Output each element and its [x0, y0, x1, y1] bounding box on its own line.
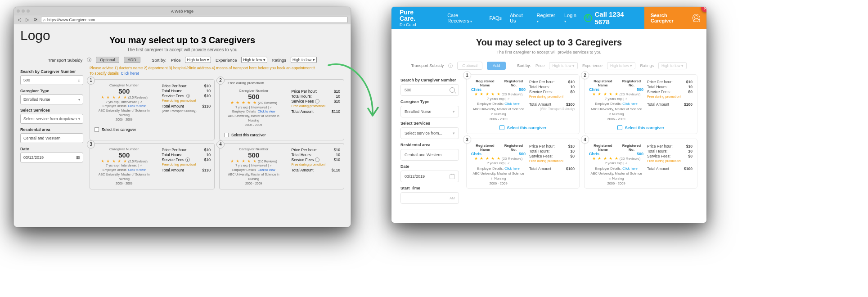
transport-subsidy-label: Transport Subsidy: [411, 63, 444, 68]
nav-care-receivers[interactable]: Care Receivers: [447, 13, 481, 23]
window-title: A Web Page: [171, 9, 193, 14]
info-icon[interactable]: i: [87, 58, 91, 62]
window-controls[interactable]: [17, 9, 30, 13]
info-icon[interactable]: i: [448, 63, 453, 68]
reload-icon[interactable]: ⟳: [33, 17, 38, 22]
page-title: You may select up to 3 Caregivers: [20, 35, 344, 45]
search-caregiver-button[interactable]: Search Caregiver: [644, 7, 706, 29]
nav-about[interactable]: About Us: [510, 13, 529, 23]
window-titlebar: A Web Page: [14, 7, 351, 15]
type-label: Caregiver Type: [400, 99, 459, 104]
sort-exp-select[interactable]: High to low ▾: [241, 57, 267, 63]
sort-ratings-select[interactable]: High to low: [658, 62, 687, 69]
search-icon: ⌕: [43, 18, 45, 22]
info-icon[interactable]: i: [315, 99, 319, 104]
nav-login[interactable]: Login: [564, 13, 578, 23]
caregiver-name[interactable]: Chris: [471, 152, 481, 156]
whatsapp-icon: [584, 14, 592, 22]
sort-price-label: Price: [535, 63, 545, 68]
warning-text: Please advise 1) doctor's name 2) depart…: [90, 66, 344, 76]
sort-ratings-select[interactable]: High to low ▾: [291, 57, 316, 63]
wireframe-window: A Web Page ◁ ▷ ⟳ ⌕ https://www.Caregiver…: [13, 7, 351, 227]
call-block[interactable]: Call 1234 5678: [578, 10, 644, 26]
search-label: Search by Caregiver Number: [400, 78, 459, 82]
sort-by-label: Sort by:: [517, 63, 531, 68]
nav-faqs[interactable]: FAQs: [490, 15, 502, 21]
sort-price-select[interactable]: High to low: [549, 62, 577, 69]
area-input[interactable]: Central and Western: [20, 133, 83, 143]
caregiver-name[interactable]: Chris: [471, 87, 481, 92]
type-label: Caregiver Type: [20, 89, 83, 93]
brand-logo[interactable]: Pure Care.: [400, 9, 429, 22]
employer-link[interactable]: Click to view: [128, 168, 146, 171]
top-nav: Pure Care. Do Good Care Receivers FAQs A…: [391, 7, 706, 29]
start-time-label: Start Time: [400, 186, 459, 190]
date-input[interactable]: 03/12/2019: [400, 171, 459, 182]
specify-details-link[interactable]: Click here!: [121, 71, 139, 76]
sidebar-filters: Search by Caregiver Number 500⌕ Caregive…: [20, 66, 83, 189]
employer-link[interactable]: Click here: [504, 166, 519, 171]
results-area: Please advise 1) doctor's name 2) depart…: [90, 66, 344, 189]
star-icon: ★ ★ ★ ★ ★: [101, 159, 127, 163]
services-select[interactable]: Select service from dropdown: [20, 114, 83, 124]
caregiver-name[interactable]: Chris: [589, 87, 599, 92]
search-icon: ⌕: [78, 78, 80, 82]
add-button[interactable]: ADD: [124, 57, 140, 63]
area-label: Residental area: [400, 143, 459, 147]
sort-by-label: Sort by:: [152, 58, 166, 63]
date-input[interactable]: 03/12/2019▦: [20, 153, 83, 162]
checkbox-icon[interactable]: [617, 125, 622, 130]
type-select[interactable]: Enrolled Nurse: [20, 94, 83, 104]
info-icon[interactable]: i: [315, 158, 319, 162]
services-select[interactable]: Select service from...: [400, 127, 459, 139]
add-button[interactable]: Add: [487, 62, 506, 70]
back-icon[interactable]: ◁: [17, 17, 22, 22]
select-caregiver-row[interactable]: Select this caregiver: [220, 131, 344, 140]
employer-link[interactable]: Click to view: [128, 104, 146, 108]
card-number-badge: 1: [87, 76, 95, 85]
optional-button[interactable]: Optional: [96, 57, 119, 63]
checkbox-icon[interactable]: [94, 127, 99, 132]
select-caregiver-row[interactable]: Select this caregiver: [585, 123, 697, 134]
optional-chip[interactable]: Optional: [457, 62, 482, 70]
card-number-badge: 2: [216, 76, 225, 85]
calendar-icon: ▦: [76, 155, 80, 160]
employer-link[interactable]: Click to view: [258, 168, 275, 171]
sort-exp-select[interactable]: High to low: [607, 62, 635, 69]
caregiver-card: 2 Registered NameRegistered No. Chris500…: [584, 74, 697, 134]
star-icon: ★ ★ ★ ★ ★: [474, 92, 501, 96]
caregiver-card: 3 Caregiver Number 500 ★ ★ ★ ★ ★ (2.0 Re…: [90, 143, 215, 190]
star-icon: ★ ★ ★ ★ ★: [592, 156, 619, 161]
type-select[interactable]: Enrolled Nurse: [400, 106, 459, 117]
brand-tagline: Do Good: [400, 22, 416, 27]
star-icon: ★ ★ ★ ★ ★: [474, 156, 501, 161]
search-input[interactable]: 500⌕: [20, 75, 83, 85]
star-icon: ★ ★ ★ ★ ★: [592, 92, 619, 96]
employer-link[interactable]: Click to view: [258, 110, 275, 113]
select-caregiver-row[interactable]: Select this caregiver: [90, 126, 214, 135]
date-label: Date: [400, 164, 459, 169]
sort-price-select[interactable]: High to low ▾: [185, 57, 211, 63]
nav-links: Care Receivers FAQs About Us Register Lo…: [447, 13, 578, 23]
employer-link[interactable]: Click here: [504, 102, 519, 106]
start-time-input[interactable]: AM: [400, 192, 459, 204]
nav-register[interactable]: Register: [537, 13, 556, 23]
area-input[interactable]: Central and Western: [400, 149, 459, 161]
caregiver-name[interactable]: Chris: [589, 152, 599, 156]
employer-link[interactable]: Click here: [622, 102, 637, 106]
sort-ratings-label: Ratings: [272, 58, 286, 63]
select-caregiver-row[interactable]: Select this caregiver: [467, 123, 579, 134]
forward-icon[interactable]: ▷: [25, 17, 30, 22]
url-text: https://www.Caregiver.com: [47, 18, 95, 22]
info-icon[interactable]: i: [185, 158, 190, 162]
free-promo-header: Free during promotion!: [220, 80, 344, 85]
address-bar[interactable]: ⌕ https://www.Caregiver.com: [41, 17, 348, 23]
info-icon[interactable]: i: [186, 94, 190, 98]
card-number-badge: 1: [463, 71, 471, 79]
checkbox-icon[interactable]: [224, 133, 229, 137]
checkbox-icon[interactable]: [499, 125, 504, 130]
employer-link[interactable]: Click here: [622, 166, 637, 171]
page-subtitle: The first caregiver to accept will provi…: [20, 47, 344, 52]
caregiver-card: 1 Caregiver Number 500 ★ ★ ★ ★ ★ (2.0 Re…: [90, 79, 215, 140]
search-input[interactable]: 500: [400, 84, 459, 96]
